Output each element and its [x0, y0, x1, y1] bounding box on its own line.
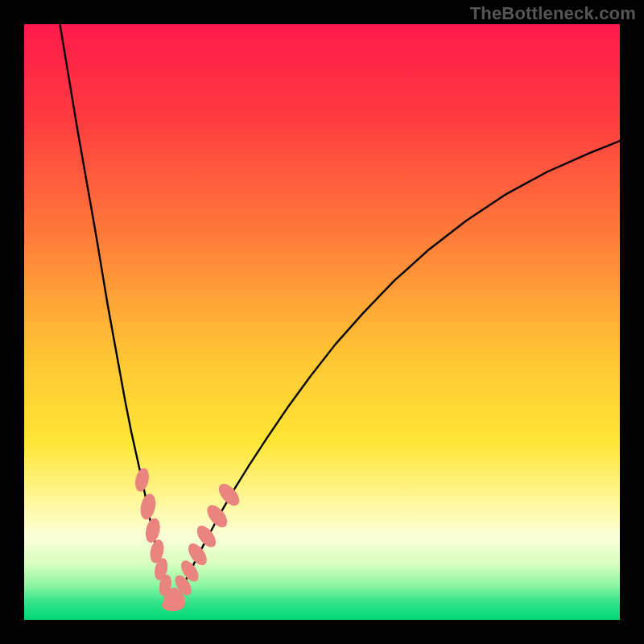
- chart-svg: [24, 24, 620, 620]
- watermark-text: TheBottleneck.com: [470, 3, 636, 24]
- outer-frame: TheBottleneck.com: [0, 0, 644, 644]
- plot-area: [24, 24, 620, 620]
- chart-background: [24, 24, 620, 620]
